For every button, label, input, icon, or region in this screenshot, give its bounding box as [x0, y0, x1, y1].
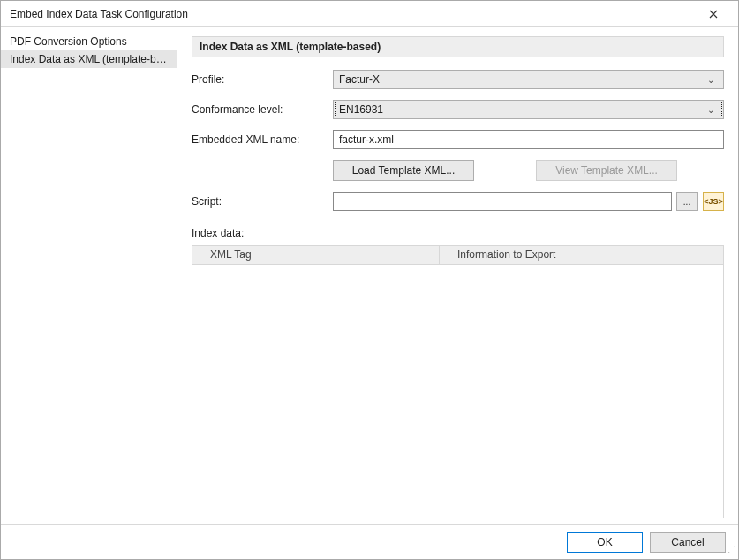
script-browse-button[interactable]: ...: [676, 192, 698, 211]
script-input[interactable]: [333, 192, 672, 211]
label-index-data: Index data:: [192, 227, 724, 239]
label-conformance: Conformance level:: [192, 103, 333, 116]
label-profile: Profile:: [192, 73, 333, 86]
script-js-button[interactable]: <JS>: [703, 192, 724, 211]
row-profile: Profile: Factur-X ⌄: [192, 70, 724, 89]
resize-grip-icon[interactable]: ⋰: [726, 547, 736, 557]
sidebar-item-index-data-xml[interactable]: Index Data as XML (template-based): [1, 50, 177, 68]
view-template-button: View Template XML...: [536, 160, 677, 181]
conformance-dropdown[interactable]: EN16931 ⌄: [333, 100, 724, 119]
row-conformance: Conformance level: EN16931 ⌄: [192, 100, 724, 119]
load-template-button[interactable]: Load Template XML...: [333, 160, 474, 181]
profile-dropdown[interactable]: Factur-X ⌄: [333, 70, 724, 89]
close-icon: [709, 10, 718, 19]
sidebar: PDF Conversion Options Index Data as XML…: [1, 27, 177, 524]
row-xml-name: Embedded XML name: factur-x.xml: [192, 130, 724, 149]
row-script: Script: ... <JS>: [192, 192, 724, 211]
label-xml-name: Embedded XML name:: [192, 133, 333, 146]
window-title: Embed Index Data Task Configuration: [10, 8, 696, 20]
label-script: Script:: [192, 195, 333, 208]
close-button[interactable]: [696, 2, 731, 26]
col-xml-tag[interactable]: XML Tag: [192, 246, 440, 264]
chevron-down-icon: ⌄: [704, 105, 718, 115]
footer: OK Cancel ⋰: [1, 524, 738, 559]
index-data-table: XML Tag Information to Export: [192, 245, 724, 518]
sidebar-item-pdf-conversion[interactable]: PDF Conversion Options: [1, 33, 177, 50]
cancel-button[interactable]: Cancel: [650, 532, 726, 553]
section-header: Index Data as XML (template-based): [192, 36, 724, 57]
row-template-buttons: Load Template XML... View Template XML..…: [192, 160, 724, 181]
ok-button[interactable]: OK: [567, 532, 643, 553]
main-panel: Index Data as XML (template-based) Profi…: [177, 27, 738, 524]
profile-value: Factur-X: [339, 73, 704, 86]
conformance-value: EN16931: [339, 103, 704, 116]
titlebar: Embed Index Data Task Configuration: [1, 1, 738, 27]
table-body: [192, 265, 723, 518]
table-header: XML Tag Information to Export: [192, 246, 723, 265]
body: PDF Conversion Options Index Data as XML…: [1, 27, 738, 524]
xml-name-input[interactable]: factur-x.xml: [333, 130, 724, 149]
dialog-window: Embed Index Data Task Configuration PDF …: [0, 0, 739, 560]
col-info-export[interactable]: Information to Export: [440, 246, 723, 264]
chevron-down-icon: ⌄: [704, 75, 718, 85]
xml-name-value: factur-x.xml: [339, 133, 394, 146]
